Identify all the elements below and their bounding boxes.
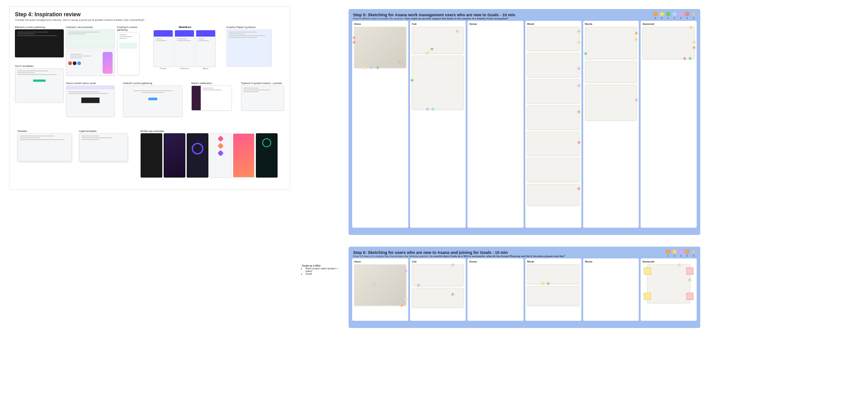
thumb-sweeten[interactable] — [18, 133, 72, 161]
comment-pill[interactable] — [679, 249, 683, 254]
sketch-image[interactable] — [527, 158, 580, 182]
thumb-linktree-2[interactable] — [66, 50, 115, 76]
inspiration-grid: Ellevest's context gathering Linktree's … — [15, 26, 284, 188]
comment-pill[interactable] — [653, 12, 658, 16]
thumb-mobile-4[interactable] — [210, 133, 231, 178]
note-list: Basic project mgmt (project + tasks) Goa… — [302, 267, 343, 275]
sketch-image[interactable] — [412, 288, 464, 308]
sketch-image[interactable] — [527, 184, 580, 206]
sketch-image[interactable] — [527, 286, 580, 306]
sketch-image[interactable] — [527, 264, 580, 284]
thumb-mobile-3[interactable] — [187, 133, 208, 178]
insp-label: Mobile app examples — [141, 130, 290, 132]
insp-label: Linktree's visual preview — [66, 26, 115, 28]
comment-pill[interactable] — [691, 249, 696, 254]
thumb-wealthfront-2[interactable] — [175, 30, 194, 67]
sketch-image[interactable] — [412, 27, 464, 54]
thumb-guru[interactable] — [15, 68, 64, 103]
thumb-legal[interactable] — [79, 133, 128, 161]
thumb-slack[interactable] — [191, 85, 232, 111]
insp-label: Ellevest's context gathering — [15, 26, 64, 28]
sketch-image[interactable] — [527, 79, 580, 103]
comment-pill[interactable] — [672, 249, 677, 254]
wf-label: Advice — [196, 67, 216, 70]
step5-title: Step 5: Sketching for Asana work managem… — [353, 13, 696, 17]
sketch-column-micah[interactable]: Micah — [525, 21, 581, 228]
comment-pill[interactable] — [672, 12, 677, 16]
sketch-column-kenan[interactable]: Kenan — [467, 21, 524, 228]
thumb-mobile-1[interactable] — [141, 133, 162, 178]
insp-label: Guru's templates — [15, 65, 64, 67]
insp-label: Legal templates — [79, 130, 128, 132]
step6-panel[interactable]: Step 6: Sketching for users who are new … — [349, 247, 700, 328]
step4-panel[interactable]: Step 4: Inspiration review Outside the g… — [9, 6, 290, 190]
comment-pill[interactable] — [685, 249, 689, 254]
comment-pill[interactable] — [691, 12, 696, 16]
insp-label: Dropbox Paper's guidance — [226, 26, 272, 28]
sketch-image[interactable] — [412, 264, 464, 286]
sketch-image[interactable] — [527, 131, 580, 156]
sketch-image[interactable] — [642, 27, 695, 59]
sketch-column-savannah[interactable]: Savannah — [641, 21, 697, 228]
thumb-mobile-5[interactable] — [233, 133, 255, 178]
sketch-column-micah[interactable]: Micah — [525, 258, 581, 321]
thumb-mobile-2[interactable] — [164, 133, 185, 178]
sketch-image[interactable] — [585, 84, 637, 121]
insp-label: Duolingo's context gathering — [117, 26, 140, 31]
step4-title: Step 4: Inspiration review — [15, 11, 284, 18]
wf-label: Connect — [153, 67, 173, 70]
comment-pill[interactable] — [679, 12, 683, 16]
insp-label: Addroll's context gathering — [123, 82, 183, 84]
step5-subtitle: Draw 8 different ideas to answer this qu… — [353, 17, 696, 20]
step5-comment-pills: 5 8 4 2 2 6 3 — [653, 12, 696, 19]
sketch-image[interactable] — [354, 27, 406, 68]
sketch-column-savannah[interactable]: Savannah — [641, 258, 697, 321]
step6-title: Step 6: Sketching for users who are new … — [353, 250, 696, 255]
thumb-dropbox[interactable] — [226, 29, 272, 66]
step6-subtitle: Draw 4-8 steps of a singular flow that a… — [353, 255, 696, 258]
thumb-sprout[interactable] — [66, 85, 115, 117]
sketch-column-nicole[interactable]: Nicole — [583, 21, 639, 228]
thumb-wealthfront-1[interactable] — [153, 30, 173, 67]
sketch-image[interactable] — [527, 105, 580, 130]
step6-comment-pills: 1 2 3 5 3 — [666, 249, 696, 257]
thumb-mobile-6[interactable] — [256, 133, 278, 178]
comment-pill[interactable] — [685, 12, 689, 16]
step4-subtitle: Outside the goal management industry, wh… — [15, 19, 284, 21]
sketch-image[interactable] — [527, 27, 580, 51]
thumb-duolingo[interactable] — [117, 32, 140, 75]
sketch-column-nicole[interactable]: Nicole — [583, 258, 639, 321]
comment-pill[interactable] — [660, 12, 664, 16]
thumb-linktree-1[interactable] — [66, 29, 115, 48]
step5-panel[interactable]: Step 5: Sketching for Asana work managem… — [349, 9, 700, 235]
thumb-typeform[interactable] — [241, 85, 284, 111]
comment-pill[interactable] — [666, 12, 670, 16]
sketch-image[interactable] — [527, 53, 580, 77]
sketch-column-catt[interactable]: Catt — [410, 21, 466, 228]
comment-pill[interactable] — [666, 249, 670, 254]
sketch-image[interactable] — [585, 27, 637, 59]
sketch-column-catt[interactable]: Catt — [410, 258, 466, 321]
goals-sku-note[interactable]: Goals as a SKU Basic project mgmt (proje… — [302, 264, 343, 275]
insp-label: Sprout social's demo mode — [66, 82, 115, 84]
insp-label: Sweeten — [18, 130, 72, 132]
insp-label: Typeform's guided creation + preview — [241, 82, 284, 84]
thumb-ellevest[interactable] — [15, 29, 64, 57]
sketch-column-alena[interactable]: Alena — [352, 21, 408, 228]
sketch-image[interactable] — [585, 61, 637, 83]
sketch-image[interactable] — [354, 264, 406, 306]
sketch-column-alena[interactable]: Alena — [352, 258, 408, 321]
wealthfront-header: Wealthfront — [153, 26, 217, 28]
insp-label: Slack's celebration — [191, 82, 232, 84]
sketch-column-kenan[interactable]: Kenan — [467, 258, 524, 321]
sketch-image[interactable] — [647, 264, 690, 303]
thumb-addroll[interactable] — [123, 85, 183, 117]
wf-label: Predictions — [175, 67, 194, 70]
thumb-wealthfront-3[interactable] — [196, 30, 216, 67]
sketch-image[interactable] — [412, 56, 464, 110]
